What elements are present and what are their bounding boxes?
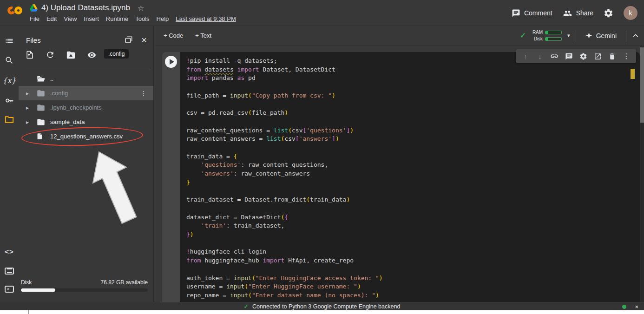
close-panel-icon[interactable]: ×: [141, 35, 147, 45]
star-icon[interactable]: ☆: [138, 4, 144, 13]
open-panel-in-tab-icon[interactable]: [125, 36, 133, 44]
runtime-dropdown-icon[interactable]: ▾: [567, 33, 570, 39]
code-line: 'train': train_dataset,: [186, 222, 640, 230]
move-cell-up-icon[interactable]: ↑: [520, 52, 531, 60]
files-panel: Files × .config ..▸.config⋮▸.ipynb_check…: [19, 26, 153, 302]
add-comment-icon[interactable]: [564, 52, 574, 60]
code-line: [186, 100, 640, 109]
link-cell-icon[interactable]: [549, 52, 559, 60]
toolbar-separator-2: [626, 30, 626, 41]
folder-icon: [36, 104, 49, 111]
refresh-icon[interactable]: [46, 50, 55, 59]
menu-item-view[interactable]: View: [64, 15, 77, 22]
dismiss-status-icon[interactable]: ×: [635, 303, 638, 310]
folder-icon: [36, 89, 49, 97]
disk-label: Disk: [21, 279, 32, 286]
terminal-icon[interactable]: >_: [0, 282, 19, 295]
connected-check-icon: ✓: [520, 31, 526, 40]
open-cell-in-tab-icon[interactable]: [592, 52, 603, 60]
collapse-toolbar-icon[interactable]: [632, 32, 639, 39]
run-cell-button[interactable]: [165, 56, 177, 68]
delete-cell-icon[interactable]: [607, 52, 617, 60]
expand-caret-icon[interactable]: ▸: [26, 119, 36, 125]
tree-label: .config: [50, 90, 68, 97]
avatar[interactable]: k: [624, 6, 637, 20]
table-of-contents-icon[interactable]: [0, 34, 19, 47]
bottom-tick: [28, 310, 29, 314]
code-editor[interactable]: !pip install -q datasets;from datasets i…: [180, 52, 640, 302]
code-line: [186, 204, 640, 213]
expand-caret-icon[interactable]: ▸: [26, 105, 36, 111]
files-panel-title: Files: [26, 36, 41, 44]
tree-row--[interactable]: ..: [19, 72, 153, 86]
notebook-title[interactable]: 4) Upload Datasets.ipynb: [41, 3, 130, 13]
bottom-strip: [0, 310, 644, 314]
title-block: 4) Upload Datasets.ipynb ☆ FileEditViewI…: [30, 3, 236, 22]
resource-gauge[interactable]: RAM Disk: [532, 30, 562, 41]
notebook-toolbar: + Code + Text ✓ RAM Disk ▾ Gemini: [154, 26, 644, 46]
tree-row--config[interactable]: ▸.config⋮: [19, 86, 153, 100]
show-hidden-files-eye-icon[interactable]: [87, 51, 97, 59]
menu-item-runtime[interactable]: Runtime: [106, 15, 128, 22]
add-code-button[interactable]: + Code: [164, 32, 183, 39]
notebook-scrollbar[interactable]: [640, 46, 644, 302]
gemini-button[interactable]: Gemini: [582, 32, 620, 39]
code-line: 'questions': raw_content_questions,: [186, 161, 640, 170]
search-icon[interactable]: [0, 54, 19, 67]
menu-item-edit[interactable]: Edit: [46, 15, 57, 22]
menu-item-tools[interactable]: Tools: [135, 15, 149, 22]
code-line: [186, 239, 640, 248]
cell-gutter: [162, 52, 180, 302]
code-line: [186, 144, 640, 152]
add-text-button[interactable]: + Text: [195, 32, 211, 39]
tree-row--ipynb-checkpoints[interactable]: ▸.ipynb_checkpoints: [19, 100, 153, 115]
code-line: username = input("Enter HuggingFace user…: [186, 282, 640, 291]
command-palette-icon[interactable]: [0, 264, 19, 277]
share-label: Share: [576, 9, 593, 17]
status-check-icon: ✓: [244, 303, 249, 310]
code-line: [186, 83, 640, 92]
topbar: 4) Upload Datasets.ipynb ☆ FileEditViewI…: [0, 0, 644, 26]
row-more-options-icon[interactable]: ⋮: [140, 90, 147, 97]
more-cell-actions-icon[interactable]: ⋮: [621, 52, 631, 60]
comment-label: Comment: [524, 9, 552, 17]
config-tooltip: .config: [104, 49, 129, 59]
connection-status-dot: [622, 305, 626, 309]
code-snippets-icon[interactable]: <>: [0, 245, 19, 258]
code-line: csv = pd.read_csv(file_path): [186, 109, 640, 118]
disk-available: 76.82 GB available: [101, 279, 148, 286]
panel-divider: [26, 68, 150, 68]
notebook-area: + Code + Text ✓ RAM Disk ▾ Gemini: [154, 26, 644, 302]
settings-gear-icon[interactable]: [604, 8, 613, 18]
code-line: raw_content_answers = list(csv['answers'…: [186, 135, 640, 144]
mount-drive-icon[interactable]: [66, 51, 76, 59]
colab-logo-icon[interactable]: [7, 6, 30, 20]
scrollbar-thumb[interactable]: [640, 47, 644, 123]
code-line: dataset_dict = DatasetDict({: [186, 213, 640, 222]
cell-settings-gear-icon[interactable]: [578, 52, 588, 60]
share-button[interactable]: Share: [563, 9, 593, 18]
tree-label: sample_data: [50, 118, 85, 125]
status-bar: ✓ Connected to Python 3 Google Compute E…: [0, 302, 644, 310]
menu-item-insert[interactable]: Insert: [84, 15, 99, 22]
status-message: Connected to Python 3 Google Compute Eng…: [252, 303, 400, 310]
expand-caret-icon[interactable]: ▸: [26, 90, 36, 97]
disk-bar: [545, 37, 562, 41]
code-line: from datasets import Dataset, DatasetDic…: [186, 65, 640, 74]
files-folder-icon[interactable]: [0, 113, 19, 126]
colab-logo-right-ring: [14, 7, 22, 14]
code-line: [186, 118, 640, 126]
sparkle-icon: [585, 32, 592, 39]
code-line: import pandas as pd: [186, 74, 640, 83]
code-line: auth_token = input("Enter HuggingFace ac…: [186, 274, 640, 283]
last-saved-link[interactable]: Last saved at 9:38 PM: [176, 15, 236, 22]
ram-label: RAM: [532, 30, 543, 35]
menu-item-file[interactable]: File: [30, 15, 39, 22]
upload-file-icon[interactable]: [25, 50, 34, 59]
menu-item-help[interactable]: Help: [157, 15, 169, 22]
code-line: }: [186, 178, 640, 187]
secrets-key-icon[interactable]: [0, 94, 19, 107]
variables-icon[interactable]: {x}: [0, 74, 19, 87]
move-cell-down-icon[interactable]: ↓: [535, 52, 545, 60]
comment-button[interactable]: Comment: [512, 9, 552, 18]
